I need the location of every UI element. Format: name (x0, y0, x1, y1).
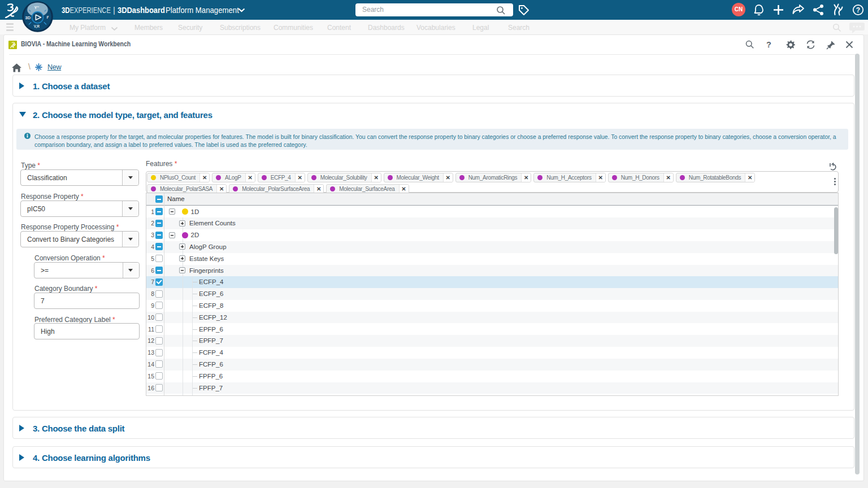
svg-text:iʳ: iʳ (47, 15, 49, 20)
svg-text:V,R: V,R (34, 24, 40, 29)
svg-text:Yʹʹ: Yʹʹ (34, 5, 40, 10)
svg-text:3D: 3D (25, 15, 31, 20)
svg-text:?: ? (856, 6, 860, 14)
